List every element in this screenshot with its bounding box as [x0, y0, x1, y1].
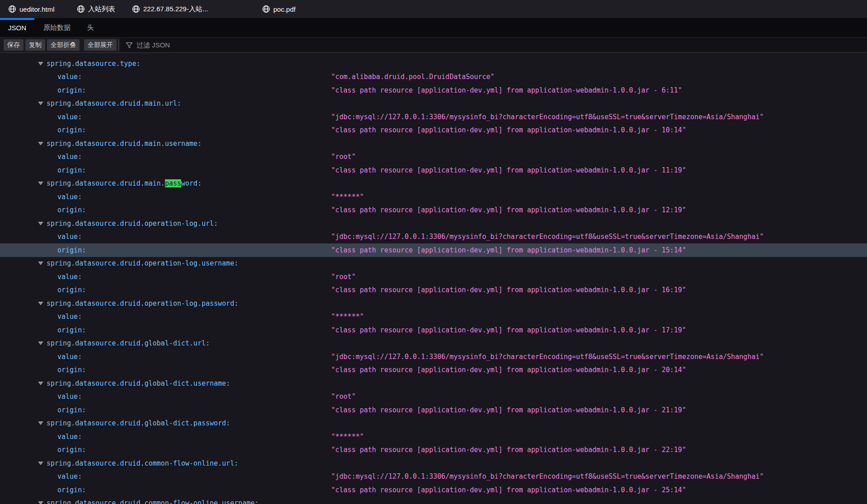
- tree-origin-row[interactable]: origin:"class path resource [application…: [0, 84, 867, 97]
- tree-value-row[interactable]: value:"jdbc:mysql://127.0.0.1:3306/mysys…: [0, 230, 867, 244]
- browser-tab-label: ueditor.html: [19, 5, 55, 13]
- expander-triangle-icon[interactable]: [38, 182, 43, 185]
- browser-tab[interactable]: poc.pdf: [262, 0, 295, 18]
- copy-button[interactable]: 复制: [25, 39, 45, 51]
- origin-string: "class path resource [application-dev.ym…: [331, 366, 686, 374]
- globe-icon: [8, 5, 16, 13]
- tree-value-row[interactable]: value:"com.alibaba.druid.pool.DruidDataS…: [0, 70, 867, 84]
- browser-tab-bar: ueditor.html入站列表222.67.85.229-入站...poc.p…: [0, 0, 867, 18]
- property-key: spring.datasource.druid.main.username:: [47, 140, 202, 148]
- origin-string: "class path resource [application-dev.ym…: [331, 86, 682, 94]
- expander-triangle-icon[interactable]: [38, 261, 43, 265]
- save-button[interactable]: 保存: [4, 39, 23, 51]
- property-key: spring.datasource.druid.global-dict.url:: [47, 339, 210, 347]
- value-string: "******": [331, 193, 364, 201]
- origin-label: origin:: [57, 286, 86, 294]
- value-string: "jdbc:mysql://127.0.0.1:3306/mysysinfo_b…: [331, 472, 764, 481]
- tree-origin-row[interactable]: origin:"class path resource [application…: [0, 323, 867, 337]
- property-key: spring.datasource.druid.operation-log.pa…: [47, 299, 238, 308]
- browser-tab[interactable]: ueditor.html: [8, 0, 55, 18]
- tree-origin-row[interactable]: origin:"class path resource [application…: [0, 284, 867, 297]
- tree-origin-row[interactable]: origin:"class path resource [application…: [0, 124, 867, 137]
- origin-string: "class path resource [application-dev.ym…: [331, 246, 686, 254]
- viewer-tab-raw-data[interactable]: 原始数据: [34, 18, 80, 37]
- tree-value-row[interactable]: value:"jdbc:mysql://127.0.0.1:3306/mysys…: [0, 350, 867, 364]
- tree-value-row[interactable]: value:"******": [0, 430, 867, 443]
- tree-key-row[interactable]: spring.datasource.druid.global-dict.pass…: [0, 417, 867, 430]
- origin-label: origin:: [57, 246, 86, 254]
- expander-triangle-icon[interactable]: [38, 142, 43, 145]
- tree-key-row[interactable]: spring.datasource.druid.operation-log.us…: [0, 257, 867, 271]
- origin-string: "class path resource [application-dev.ym…: [331, 206, 686, 214]
- value-label: value:: [57, 233, 82, 241]
- browser-tab-label: 入站列表: [88, 5, 115, 14]
- tree-origin-row[interactable]: origin:"class path resource [application…: [0, 483, 867, 497]
- tree-key-row[interactable]: spring.datasource.type:: [0, 57, 867, 70]
- expander-triangle-icon[interactable]: [38, 421, 43, 425]
- filter-json-input[interactable]: [136, 41, 867, 49]
- filter-box: [120, 37, 867, 52]
- tree-origin-row[interactable]: origin:"class path resource [application…: [0, 403, 867, 417]
- tree-value-row[interactable]: value:"jdbc:mysql://127.0.0.1:3306/mysys…: [0, 470, 867, 484]
- expand-all-button[interactable]: 全部展开: [84, 39, 117, 51]
- value-label: value:: [57, 73, 82, 81]
- origin-string: "class path resource [application-dev.ym…: [331, 286, 686, 294]
- value-label: value:: [57, 353, 82, 361]
- origin-label: origin:: [57, 486, 86, 494]
- browser-tab[interactable]: 入站列表: [77, 0, 115, 18]
- tree-value-row[interactable]: value:"root": [0, 270, 867, 284]
- origin-string: "class path resource [application-dev.ym…: [331, 126, 686, 134]
- expander-triangle-icon[interactable]: [38, 382, 43, 385]
- tree-key-row[interactable]: spring.datasource.druid.common-flow-onli…: [0, 497, 867, 504]
- value-string: "root": [331, 273, 356, 281]
- property-key: spring.datasource.type:: [47, 60, 141, 68]
- viewer-tab-headers[interactable]: 头: [80, 18, 101, 37]
- tree-value-row[interactable]: value:"jdbc:mysql://127.0.0.1:3306/mysys…: [0, 110, 867, 124]
- property-key: spring.datasource.druid.global-dict.pass…: [47, 419, 230, 427]
- expander-triangle-icon[interactable]: [38, 302, 43, 305]
- tree-key-row[interactable]: spring.datasource.druid.operation-log.ur…: [0, 217, 867, 230]
- tree-key-row[interactable]: spring.datasource.druid.global-dict.user…: [0, 377, 867, 390]
- tree-key-row[interactable]: spring.datasource.druid.main.username:: [0, 137, 867, 150]
- tree-value-row[interactable]: value:"root": [0, 150, 867, 164]
- collapse-all-button[interactable]: 全部折叠: [47, 39, 80, 51]
- value-label: value:: [57, 113, 82, 121]
- origin-label: origin:: [57, 446, 86, 454]
- tree-origin-row[interactable]: origin:"class path resource [application…: [0, 243, 867, 257]
- expander-triangle-icon[interactable]: [38, 62, 43, 65]
- value-label: value:: [57, 313, 82, 321]
- browser-tab-label: poc.pdf: [273, 5, 295, 13]
- tree-origin-row[interactable]: origin:"class path resource [application…: [0, 443, 867, 457]
- tree-key-row[interactable]: spring.datasource.druid.main.password:: [0, 177, 867, 191]
- tree-key-row[interactable]: spring.datasource.druid.common-flow-onli…: [0, 457, 867, 470]
- tree-key-row[interactable]: spring.datasource.druid.operation-log.pa…: [0, 297, 867, 310]
- tree-origin-row[interactable]: origin:"class path resource [application…: [0, 364, 867, 377]
- tree-origin-row[interactable]: origin:"class path resource [application…: [0, 204, 867, 217]
- origin-label: origin:: [57, 326, 86, 334]
- expander-triangle-icon[interactable]: [38, 501, 43, 504]
- value-string: "root": [331, 153, 356, 161]
- tree-value-row[interactable]: value:"root": [0, 390, 867, 404]
- json-viewer-tab-bar: JSON原始数据头: [0, 18, 867, 37]
- expander-triangle-icon[interactable]: [38, 341, 43, 345]
- origin-label: origin:: [57, 206, 86, 214]
- browser-tab[interactable]: 222.67.85.229-入站...: [132, 0, 208, 18]
- origin-string: "class path resource [application-dev.ym…: [331, 326, 686, 334]
- origin-string: "class path resource [application-dev.ym…: [331, 486, 686, 494]
- origin-string: "class path resource [application-dev.ym…: [331, 166, 686, 174]
- tree-key-row[interactable]: spring.datasource.druid.main.url:: [0, 97, 867, 111]
- tree-value-row[interactable]: value:"******": [0, 310, 867, 324]
- expander-triangle-icon[interactable]: [38, 462, 43, 465]
- expander-triangle-icon[interactable]: [38, 222, 43, 225]
- origin-label: origin:: [57, 126, 86, 134]
- property-key: spring.datasource.druid.operation-log.ur…: [47, 219, 218, 228]
- filter-funnel-icon: [126, 42, 133, 49]
- json-tree: spring.datasource.type:value:"com.alibab…: [0, 53, 867, 504]
- tree-value-row[interactable]: value:"******": [0, 190, 867, 204]
- origin-string: "class path resource [application-dev.ym…: [331, 446, 686, 454]
- tree-origin-row[interactable]: origin:"class path resource [application…: [0, 163, 867, 177]
- viewer-tab-json[interactable]: JSON: [0, 18, 34, 37]
- tree-key-row[interactable]: spring.datasource.druid.global-dict.url:: [0, 337, 867, 350]
- value-string: "jdbc:mysql://127.0.0.1:3306/mysysinfo_b…: [331, 113, 764, 121]
- expander-triangle-icon[interactable]: [38, 102, 43, 105]
